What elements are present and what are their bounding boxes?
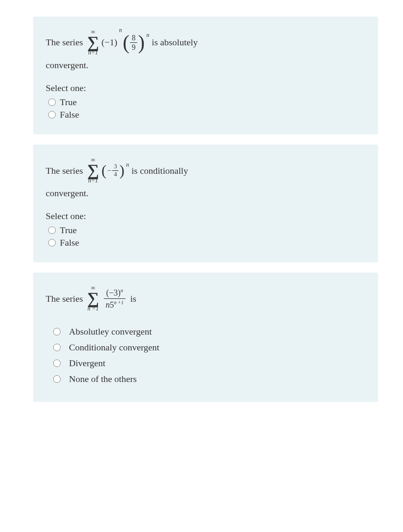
q1-math: ∞ ∑ n=1 (−1) n ( 8 9 ) n (86, 29, 150, 56)
q2-text-before: The series (46, 163, 83, 178)
q2-text-line2: convergent. (46, 186, 366, 200)
sigma-symbol: ∞ ∑ n=1 (87, 157, 99, 184)
q2-math: ∞ ∑ n=1 ( − 3 4 ) n (86, 157, 129, 184)
q1-prompt: Select one: (46, 83, 366, 94)
q3-option-4[interactable]: None of the others (46, 374, 366, 384)
q1-text: The series ∞ ∑ n=1 (−1) n ( 8 9 ) n is a… (46, 29, 366, 56)
sigma-symbol: ∞ ∑ n =1 (87, 285, 99, 312)
q2-radio-false[interactable] (48, 239, 56, 246)
q3-radio-1[interactable] (53, 328, 61, 335)
q3-math: ∞ ∑ n =1 (−3)n n5n +1 (86, 285, 128, 312)
q2-radio-true[interactable] (48, 227, 56, 234)
q3-text: The series ∞ ∑ n =1 (−3)n n5n +1 is (46, 285, 366, 312)
q2-prompt: Select one: (46, 211, 366, 222)
q1-fraction: ( 8 9 ) n (123, 34, 149, 51)
q2-option-true[interactable]: True (46, 225, 366, 236)
q1-radio-true[interactable] (48, 99, 56, 106)
q3-option-2[interactable]: Conditionaly convergent (46, 342, 366, 353)
question-2: The series ∞ ∑ n=1 ( − 3 4 ) n is condit… (33, 145, 378, 262)
q3-radio-2[interactable] (53, 344, 61, 351)
q3-text-before: The series (46, 291, 83, 306)
question-3: The series ∞ ∑ n =1 (−3)n n5n +1 is Abso… (33, 273, 378, 402)
q1-option-false[interactable]: False (46, 109, 366, 120)
q1-text-line2: convergent. (46, 58, 366, 72)
q3-radio-3[interactable] (53, 360, 61, 367)
q2-text: The series ∞ ∑ n=1 ( − 3 4 ) n is condit… (46, 157, 366, 184)
q1-radio-false[interactable] (48, 111, 56, 118)
q3-text-after: is (130, 291, 136, 306)
q1-option-true[interactable]: True (46, 97, 366, 108)
q1-text-before: The series (46, 35, 83, 49)
q3-fraction: (−3)n n5n +1 (103, 288, 126, 309)
q3-option-3[interactable]: Divergent (46, 358, 366, 369)
q1-text-after: is absolutely (152, 35, 198, 49)
question-1: The series ∞ ∑ n=1 (−1) n ( 8 9 ) n is a… (33, 17, 378, 134)
q2-fraction: ( − 3 4 ) n (101, 164, 129, 177)
q2-option-false[interactable]: False (46, 237, 366, 248)
q3-radio-4[interactable] (53, 375, 61, 383)
q3-option-1[interactable]: Absolutley convergent (46, 326, 366, 337)
sigma-symbol: ∞ ∑ n=1 (87, 29, 99, 56)
q2-text-after: is conditionally (131, 163, 188, 178)
